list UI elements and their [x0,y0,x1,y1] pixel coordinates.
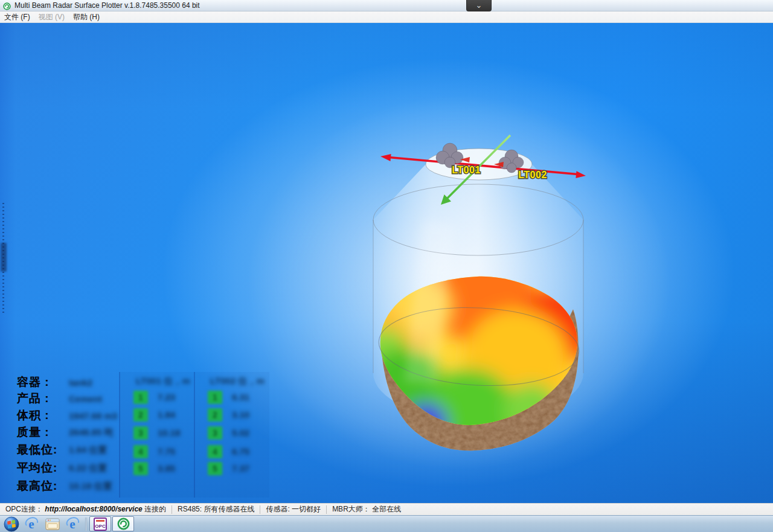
row-mass: 质量 :2648.85 吨 [17,425,113,440]
beam-value: 7.23 [158,392,175,402]
row-label: 最高位: [17,478,69,494]
beam-row: 310.18 [133,426,181,440]
ie-icon: e [66,517,80,531]
window-title: Multi Beam Radar Surface Plotter v.1.8.7… [14,1,200,10]
status-sensors: 传感器: 一切都好 [260,504,326,514]
beam-value: 3.10 [232,409,249,420]
start-button[interactable] [1,516,22,532]
beam-row: 17.23 [133,390,175,404]
beam-number-badge: 1 [133,391,148,404]
beam-number-badge: 2 [133,408,148,421]
status-bar: OPC连接： http://localhost:8000/service 连接的… [0,503,773,515]
row-container: 容器 :tank2 [17,374,92,390]
beam-row: 35.02 [208,426,249,440]
beam-value: 6.75 [232,446,249,457]
menu-bar: 文件 (F) 视图 (V) 帮助 (H) [0,11,773,23]
taskbar-plotter-app-button[interactable] [112,516,134,531]
row-value: 6.22 位置 [69,463,107,474]
windows-logo-icon [4,516,19,532]
row-volume: 体积 :1947.68 m3 [17,408,117,423]
row-product: 产品 :Cement [17,391,102,406]
beam-number-badge: 2 [208,408,222,421]
beam-row: 21.84 [133,408,175,421]
explorer-icon [45,518,60,531]
menu-file[interactable]: 文件 (F) [0,11,34,24]
beam-number-badge: 4 [133,445,148,458]
beam-row: 53.85 [133,461,175,475]
row-value: 10.18 位置 [69,481,112,492]
beam-column-header: LT001 位，m [136,376,190,387]
row-max-level: 最高位:10.18 位置 [17,478,112,494]
beam-row: 47.75 [133,444,175,458]
status-opc-state: 连接的 [144,505,166,513]
beam-number-badge: 5 [133,462,148,475]
status-mbr: MBR大师： 全部在线 [327,504,406,514]
beam-row: 16.31 [208,390,249,404]
info-panel: 容器 :tank2 产品 :Cement 体积 :1947.68 m3 质量 :… [17,372,280,500]
row-min-level: 最低位:1.64 位置 [17,442,107,458]
menu-help[interactable]: 帮助 (H) [69,11,104,24]
column-separator [194,372,195,498]
taskbar-explorer-button[interactable] [42,516,63,532]
row-value: tank2 [69,377,92,388]
beam-number-badge: 3 [133,426,148,440]
title-bar[interactable]: Multi Beam Radar Surface Plotter v.1.8.7… [0,0,773,11]
beam-value: 3.85 [158,463,175,473]
status-opc-url: http://localhost:8000/service [45,505,142,513]
taskbar-divider [85,518,87,531]
row-label: 平均位: [17,460,69,476]
beam-number-badge: 1 [208,391,222,404]
row-value: 1947.68 m3 [69,411,117,421]
taskbar: e e OPC [0,515,773,532]
taskbar-ie2-button[interactable]: e [63,516,83,532]
app-window: Multi Beam Radar Surface Plotter v.1.8.7… [0,0,773,532]
row-label: 体积 : [17,408,69,423]
svg-text:OPC: OPC [95,524,106,529]
beam-value: 5.02 [232,428,249,438]
beam-value: 6.31 [232,392,249,402]
menu-view: 视图 (V) [34,11,69,24]
row-avg-level: 平均位:6.22 位置 [17,460,107,476]
beam-number-badge: 5 [208,462,222,475]
row-value: 2648.85 吨 [69,427,113,438]
client-area: LT001 LT002 容器 :tank2 产品 :Cement 体积 :194… [0,23,773,503]
status-opc: OPC连接： http://localhost:8000/service 连接的 [0,504,172,514]
row-label: 质量 : [17,425,69,440]
beam-column-header: LT002 位，m [210,376,265,387]
beam-row: 23.10 [208,408,249,421]
row-label: 产品 : [17,391,69,406]
beam-value: 1.84 [158,409,175,420]
plotter-app-icon [117,518,130,530]
row-label: 容器 : [17,374,69,390]
beam-value: 7.37 [232,463,249,473]
label-lt001: LT001 [452,165,481,175]
taskbar-ie-button[interactable]: e [22,516,42,532]
status-rs485: RS485: 所有传感器在线 [172,504,260,514]
beam-row: 57.37 [208,461,249,475]
ie-icon: e [25,517,39,531]
taskbar-opc-server-button[interactable]: OPC [89,516,111,531]
beam-row: 46.75 [208,444,249,458]
chevron-down-icon: ⌄ [476,2,483,8]
row-value: 1.64 位置 [69,444,107,456]
opc-server-icon: OPC [94,518,107,531]
column-separator [119,372,120,498]
overlay-chevron-tab[interactable]: ⌄ [466,0,492,11]
label-lt002: LT002 [518,170,547,180]
beam-value: 10.18 [158,428,181,438]
row-label: 最低位: [17,442,69,458]
status-opc-label: OPC连接： [5,505,43,513]
app-logo-icon [3,2,11,10]
beam-number-badge: 3 [208,426,222,440]
beam-number-badge: 4 [208,445,222,458]
beam-value: 7.75 [158,446,175,457]
row-value: Cement [69,394,102,404]
